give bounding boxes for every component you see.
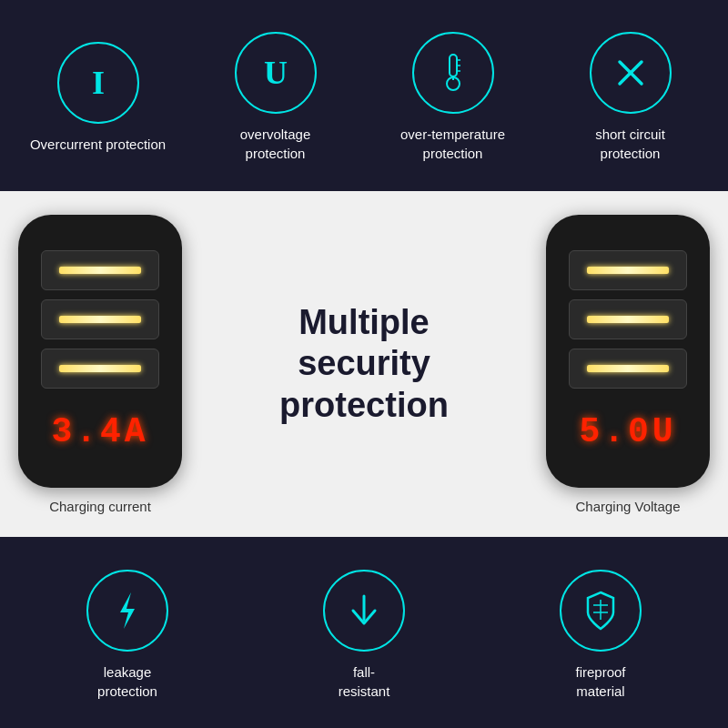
leakage-label: leakageprotection — [97, 662, 157, 701]
overcurrent-icon-circle: I — [57, 42, 139, 124]
thermometer-icon — [430, 49, 477, 96]
left-device-container: 3.4A Charging current — [18, 215, 182, 514]
bottom-section: leakageprotection fall-resistant firepro… — [0, 537, 728, 728]
right-device-label: Charging Voltage — [575, 499, 680, 514]
svg-rect-2 — [450, 55, 457, 76]
usb-led-5 — [587, 316, 669, 323]
feature-overtemp: over-temperatureprotection — [371, 32, 535, 163]
right-charger-device: 5.0U — [546, 215, 710, 488]
usb-port-2 — [41, 299, 159, 339]
overvoltage-icon: U — [252, 49, 299, 96]
shortcircuit-icon-circle — [590, 32, 672, 114]
center-text: Multiplesecurityprotection — [182, 302, 546, 427]
usb-port-3 — [41, 349, 159, 389]
fireproof-label: fireproofmaterial — [575, 662, 625, 701]
feature-leakage: leakageprotection — [46, 570, 209, 701]
usb-led-4 — [587, 267, 669, 274]
fall-resistant-icon-circle — [323, 570, 405, 652]
overtemp-label: over-temperatureprotection — [400, 125, 505, 163]
left-device-label: Charging current — [49, 499, 151, 514]
overcurrent-icon: I — [75, 59, 122, 106]
right-display-readout: 5.0U — [579, 412, 676, 451]
svg-marker-10 — [120, 592, 135, 629]
feature-overvoltage: U overvoltageprotection — [194, 32, 358, 163]
x-icon — [607, 49, 654, 96]
feature-fall-resistant: fall-resistant — [282, 570, 446, 701]
usb-port-5 — [569, 299, 687, 339]
left-display-readout: 3.4A — [51, 412, 148, 451]
fall-resistant-label: fall-resistant — [339, 662, 390, 701]
arrow-down-icon — [340, 587, 388, 634]
feature-fireproof: fireproofmaterial — [519, 570, 682, 701]
usb-port-4 — [569, 250, 687, 290]
usb-led-1 — [59, 267, 141, 274]
svg-text:U: U — [264, 55, 288, 91]
shield-icon — [577, 587, 624, 634]
fireproof-icon-circle — [560, 570, 642, 652]
top-section: I Overcurrent protection U overvoltagepr… — [0, 0, 728, 191]
usb-port-1 — [41, 250, 159, 290]
overtemp-icon-circle — [412, 32, 494, 114]
overvoltage-label: overvoltageprotection — [240, 125, 311, 163]
overvoltage-icon-circle: U — [235, 32, 317, 114]
usb-led-6 — [587, 365, 669, 372]
middle-section: 3.4A Charging current Multiplesecuritypr… — [0, 191, 728, 537]
center-text-block: Multiplesecurityprotection — [182, 302, 546, 427]
overcurrent-label: Overcurrent protection — [30, 135, 166, 154]
shortcircuit-label: short circuitprotection — [595, 125, 665, 163]
lightning-icon — [104, 587, 151, 634]
usb-led-3 — [59, 365, 141, 372]
usb-led-2 — [59, 316, 141, 323]
feature-shortcircuit: short circuitprotection — [549, 32, 713, 163]
leakage-icon-circle — [86, 570, 168, 652]
left-charger-device: 3.4A — [18, 215, 182, 488]
usb-port-6 — [569, 349, 687, 389]
feature-overcurrent: I Overcurrent protection — [16, 42, 180, 154]
right-device-container: 5.0U Charging Voltage — [546, 215, 710, 514]
svg-text:I: I — [91, 65, 104, 101]
